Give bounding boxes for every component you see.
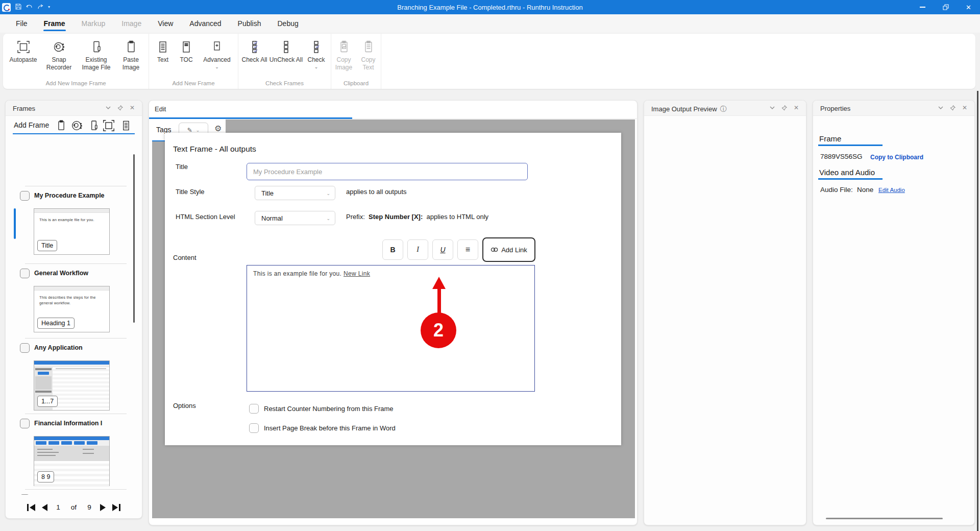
audio-file-value: None	[857, 186, 873, 194]
chevron-down-icon: ⌄	[215, 65, 219, 69]
gear-icon[interactable]: ⚙	[214, 125, 222, 133]
close-icon[interactable]: ✕	[962, 105, 967, 111]
check-button[interactable]: Check ⌄	[303, 38, 330, 69]
text-frame-button[interactable]: Text	[151, 38, 175, 69]
info-icon[interactable]: ⓘ	[720, 105, 727, 113]
frame-checkbox[interactable]	[20, 419, 30, 428]
close-icon[interactable]: ✕	[130, 105, 135, 111]
annotation-arrow-shaft	[437, 288, 441, 315]
paste-image-button[interactable]: Paste Image	[116, 38, 146, 71]
window-vertical-scrollbar[interactable]	[977, 91, 978, 531]
close-button[interactable]: ✕	[957, 0, 980, 14]
menu-frame[interactable]: Frame	[39, 14, 70, 33]
menu-advanced[interactable]: Advanced	[185, 14, 226, 33]
toc-frame-button[interactable]: TOC	[175, 38, 198, 69]
copy-image-button: Copy Image	[332, 38, 356, 71]
ribbon-group-label: Add New Image Frame	[3, 80, 149, 86]
advanced-frame-button[interactable]: Advanced ⌄	[198, 38, 236, 69]
add-link-button[interactable]: Add Link	[482, 237, 535, 262]
window-title: Branching Example File - Completed.rthru…	[0, 4, 980, 11]
chevron-down-icon[interactable]	[106, 106, 111, 109]
close-icon[interactable]: ✕	[794, 105, 799, 111]
minimize-button[interactable]	[911, 0, 934, 14]
image-output-preview-panel: Image Output Previewⓘ ✕	[644, 100, 806, 525]
menu-image: Image	[117, 14, 146, 33]
restore-icon	[943, 4, 949, 10]
frame-thumbnail[interactable]: 1...7	[34, 360, 110, 411]
pin-icon[interactable]	[117, 105, 123, 111]
restart-counter-checkbox[interactable]	[249, 404, 259, 414]
previous-page-button[interactable]	[42, 504, 47, 511]
restart-counter-label: Restart Counter Numbering from this Fram…	[264, 405, 394, 413]
title-input[interactable]	[247, 163, 528, 180]
edit-audio-link[interactable]: Edit Audio	[878, 187, 905, 193]
accent-divider	[818, 144, 883, 146]
frame-thumbnail[interactable]: This describes the steps for the general…	[34, 286, 110, 332]
pin-icon[interactable]	[781, 105, 787, 111]
list-button[interactable]: ≡	[457, 239, 478, 260]
copy-text-button: Copy Text	[356, 38, 381, 71]
snap-recorder-icon[interactable]	[70, 119, 84, 134]
italic-button[interactable]: I	[407, 239, 428, 260]
next-page-button[interactable]	[100, 504, 106, 511]
last-page-button[interactable]	[112, 504, 120, 511]
step-range-badge: 1...7	[37, 396, 58, 407]
page-break-checkbox[interactable]	[249, 423, 259, 433]
autopaste-button[interactable]: Autopaste	[6, 38, 41, 71]
frame-thumbnail[interactable]: 8 9	[34, 436, 110, 486]
copy-to-clipboard-link[interactable]: Copy to Clipboard	[870, 154, 923, 161]
frame-list: My Procedure Example This is an example …	[6, 136, 142, 495]
html-section-dropdown[interactable]: Normal ⌄	[255, 211, 335, 225]
pin-icon[interactable]	[950, 105, 955, 111]
edit-tab[interactable]: Edit	[155, 105, 166, 113]
menu-publish[interactable]: Publish	[233, 14, 266, 33]
frame-editor-document: Text Frame - All outputs Title Title Sty…	[165, 133, 621, 445]
page-break-label: Insert Page Break before this Frame in W…	[264, 424, 396, 432]
frame-checkbox[interactable]	[20, 269, 30, 278]
frames-panel: Frames ✕ Add Frame My Procedure Exa	[5, 100, 142, 519]
properties-panel: Properties ✕ Frame 7889VS56SG Copy to Cl…	[813, 100, 975, 525]
snap-recorder-button[interactable]: Snap Recorder	[41, 38, 77, 71]
image-file-icon[interactable]	[88, 119, 100, 134]
menu-file[interactable]: File	[11, 14, 32, 33]
uncheck-all-icon	[279, 40, 293, 54]
chevron-down-icon: ⌄	[326, 216, 330, 221]
preview-panel-title: Image Output Preview	[651, 105, 717, 113]
content-text: This is an example file for you.	[253, 270, 344, 277]
check-all-button[interactable]: Check All	[240, 38, 270, 69]
frames-scrollbar[interactable]	[133, 154, 135, 323]
page-current: 1	[54, 503, 62, 511]
properties-panel-title: Properties	[820, 105, 850, 112]
horizontal-scrollbar[interactable]	[826, 518, 943, 519]
frame-checkbox[interactable]	[20, 191, 30, 201]
chevron-down-icon[interactable]	[770, 106, 775, 109]
frame-id-value: 7889VS56SG	[820, 153, 863, 160]
menu-view[interactable]: View	[153, 14, 178, 33]
content-editor[interactable]: This is an example file for you. New Lin…	[247, 265, 535, 392]
style-badge: Heading 1	[37, 318, 75, 329]
chevron-down-icon[interactable]	[938, 106, 943, 109]
audio-file-label: Audio File:	[820, 186, 853, 194]
bold-button[interactable]: B	[382, 239, 403, 260]
content-new-link[interactable]: New Link	[344, 270, 370, 277]
paste-clipboard-icon[interactable]	[55, 119, 67, 134]
menu-markup: Markup	[77, 14, 110, 33]
autopaste-icon[interactable]	[102, 119, 115, 134]
menu-debug[interactable]: Debug	[273, 14, 303, 33]
add-frame-label: Add Frame	[14, 121, 49, 129]
first-page-button[interactable]	[27, 504, 35, 511]
uncheck-all-button[interactable]: UnCheck All	[270, 38, 303, 69]
underline-button[interactable]: U	[432, 239, 453, 260]
frame-thumbnail[interactable]: This is an example file for you. Title	[34, 208, 110, 255]
autopaste-icon	[16, 40, 31, 54]
frame-checkbox[interactable]	[20, 494, 30, 495]
text-doc-icon[interactable]	[120, 119, 132, 134]
existing-image-file-button[interactable]: Existing Image File	[77, 38, 116, 71]
content-label: Content	[173, 254, 197, 261]
page-total: 9	[85, 503, 93, 511]
title-style-dropdown[interactable]: Title ⌄	[255, 186, 335, 200]
maximize-button[interactable]	[934, 0, 957, 14]
paste-clipboard-icon	[124, 40, 138, 54]
frame-checkbox[interactable]	[20, 343, 30, 353]
ribbon-group-label: Clipboard	[331, 80, 381, 86]
